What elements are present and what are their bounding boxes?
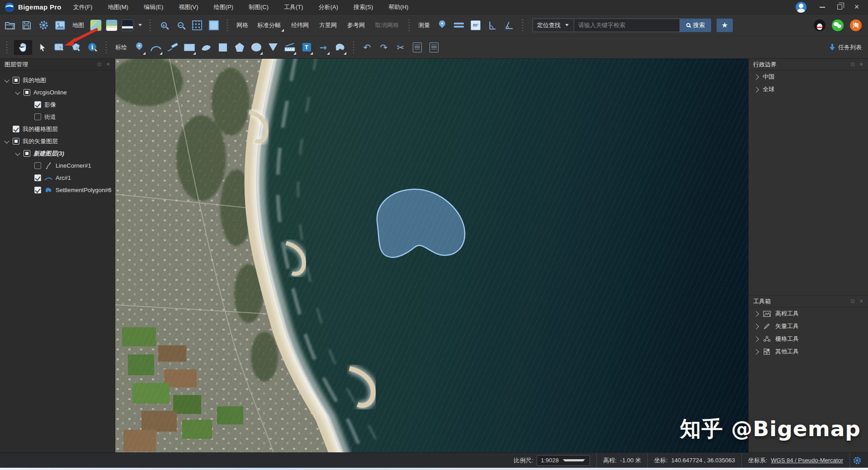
scale-select[interactable]: 1:9028 [537,455,590,466]
tree-item-arcgisonline[interactable]: ArcgisOnline [0,86,115,99]
menu-view[interactable]: 视图(V) [179,3,198,11]
pin-panel-icon[interactable]: ⊡ [851,61,855,67]
toolbox-item-elevation[interactable]: 高程工具 [749,307,868,320]
chevron-down-icon[interactable] [15,151,20,156]
plot-arrow-button[interactable]: → [317,40,330,55]
tree-item-my-vector-layers[interactable]: 我的矢量图层 [0,135,115,147]
tree-item-new-layer[interactable]: 新建图层(3) [0,147,115,160]
wechat-icon[interactable] [832,19,844,31]
tree-item-settlementpolygon6[interactable]: SettlementPolygon#6 [0,184,115,196]
checkbox[interactable] [13,138,19,145]
plot-freehand-button[interactable] [166,40,179,55]
plot-square-button[interactable] [217,40,229,55]
zoom-out-button[interactable]: − [174,18,187,33]
measure-height-button[interactable] [486,18,499,33]
favorites-button[interactable]: ★ [717,19,733,32]
settings-button[interactable] [37,18,50,33]
toolbox-item-vector[interactable]: 矢量工具 [749,320,868,333]
pin-panel-icon[interactable]: ⊡ [98,61,102,67]
undo-button[interactable]: ↶ [361,40,373,55]
tree-item-streets[interactable]: 街道 [0,111,115,123]
chevron-down-icon[interactable] [138,24,142,26]
menu-draw[interactable]: 绘图(P) [214,3,233,11]
measure-area-button[interactable]: m² [469,18,482,33]
checkbox[interactable] [34,113,41,120]
tree-item-arc1[interactable]: Arc#1 [0,172,115,184]
chevron-down-icon[interactable] [15,90,20,95]
taobao-icon[interactable]: 淘 [850,19,862,31]
restore-button[interactable] [832,1,847,13]
menu-cartography[interactable]: 制图(C) [249,3,269,11]
qq-icon[interactable] [814,19,826,31]
close-panel-icon[interactable]: ✕ [859,61,863,67]
measure-point-button[interactable] [436,18,448,33]
checkbox[interactable] [24,150,30,157]
measure-angle-button[interactable] [503,18,515,33]
close-panel-icon[interactable]: ✕ [106,61,110,67]
select-by-rectangle-button[interactable] [53,40,66,55]
admin-item-global[interactable]: 全球 [749,83,868,96]
menu-edit[interactable]: 编辑(E) [144,3,163,11]
task-list-button[interactable]: 任务列表 [829,43,864,52]
open-project-button[interactable] [4,18,16,33]
tree-item-my-maps[interactable]: 我的地图 [0,74,115,86]
map-canvas[interactable] [115,59,748,452]
full-extent-button[interactable] [191,18,203,33]
menu-file[interactable]: 文件(F) [73,3,93,11]
basemap-thumb-satellite[interactable] [122,19,133,31]
paste-list-button[interactable] [428,40,440,55]
search-button[interactable]: 搜索 [680,19,711,32]
plot-rectangle-button[interactable] [183,40,196,55]
reference-grid-button[interactable]: 参考网 [344,19,368,32]
plot-settlement-polygon-button[interactable] [334,40,346,55]
menu-tools[interactable]: 工具(T) [284,3,303,11]
redo-button[interactable]: ↷ [377,40,390,55]
close-panel-icon[interactable]: ✕ [859,298,863,304]
menu-search[interactable]: 搜索(S) [354,3,373,11]
plot-cone-button[interactable] [267,40,279,55]
menu-help[interactable]: 帮助(H) [388,3,408,11]
checkbox[interactable] [34,162,41,169]
basemap-thumb-terrain[interactable] [90,19,102,31]
measure-distance-button[interactable] [453,18,465,33]
checkbox[interactable] [13,77,19,84]
graticule-button[interactable]: 经纬网 [288,19,312,32]
close-button[interactable]: × [849,1,864,13]
copy-list-button[interactable] [411,40,424,55]
menu-analysis[interactable]: 分析(A) [319,3,338,11]
user-avatar[interactable] [796,2,807,13]
basemap-thumb-world[interactable] [106,19,118,31]
admin-item-china[interactable]: 中国 [749,70,868,83]
zoom-in-button[interactable]: + [157,18,170,33]
crs-link[interactable]: WGS 84 / Pseudo-Mercator [771,457,843,464]
tree-item-my-raster-layers[interactable]: 我的栅格图层 [0,123,115,135]
menu-map[interactable]: 地图(M) [108,3,128,11]
plot-ruler-button[interactable] [283,40,296,55]
plot-sector-button[interactable] [200,40,212,55]
search-mode-select[interactable]: 定位查找 [533,19,574,32]
minimize-button[interactable] [815,1,830,13]
toolbox-item-other[interactable]: 其他工具 [749,345,868,358]
plot-point-button[interactable] [133,40,146,55]
toolbar-grip[interactable] [5,41,8,54]
pin-panel-icon[interactable]: ⊡ [851,298,855,304]
identify-button[interactable]: i [86,40,99,55]
checkbox[interactable] [24,89,30,96]
cut-button[interactable]: ✂ [394,40,407,55]
chevron-down-icon[interactable] [5,78,9,83]
select-by-polygon-button[interactable] [70,40,82,55]
standard-sheet-button[interactable]: 标准分幅 [254,19,284,32]
tree-item-imagery[interactable]: 影像 [0,99,115,111]
select-tool-button[interactable] [36,40,49,55]
save-button[interactable] [20,18,33,33]
checkbox[interactable] [34,174,41,181]
plot-arc-button[interactable] [150,40,162,55]
plot-ellipse-button[interactable] [250,40,263,55]
kilometer-grid-button[interactable]: 方里网 [316,19,340,32]
toolbox-item-raster[interactable]: 栅格工具 [749,333,868,345]
tree-item-linecorner1[interactable]: LineCorner#1 [0,160,115,172]
drawn-settlement-polygon[interactable] [377,189,465,258]
search-input[interactable] [574,19,680,32]
statusbar-settings-button[interactable] [849,453,864,468]
checkbox[interactable] [34,187,41,193]
